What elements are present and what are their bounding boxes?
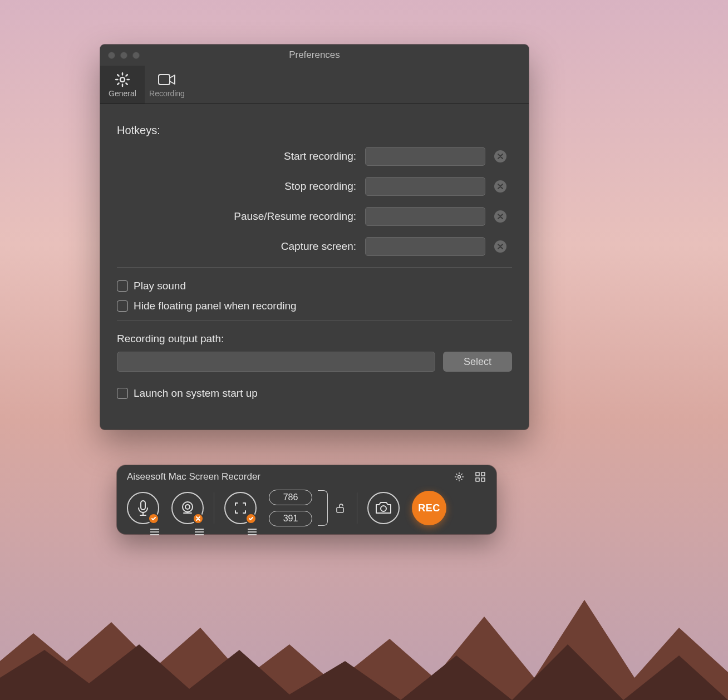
menu-icon bbox=[195, 529, 204, 535]
svg-rect-21 bbox=[476, 478, 479, 481]
svg-point-29 bbox=[381, 506, 386, 511]
panel-header: Aiseesoft Mac Screen Recorder bbox=[117, 465, 496, 486]
svg-point-26 bbox=[183, 502, 193, 512]
svg-line-18 bbox=[461, 474, 463, 475]
hotkey-row-stop: Stop recording: bbox=[117, 177, 512, 196]
hotkey-capture-label: Capture screen: bbox=[281, 240, 356, 253]
output-path-row: Select bbox=[117, 352, 512, 372]
close-icon bbox=[498, 154, 503, 159]
hide-panel-label: Hide floating panel when recording bbox=[134, 300, 297, 312]
region-options-button[interactable] bbox=[248, 529, 257, 535]
microphone-toggle-button[interactable] bbox=[127, 492, 159, 524]
hide-panel-checkbox[interactable] bbox=[117, 300, 128, 312]
tab-general[interactable]: General bbox=[100, 66, 145, 103]
unlock-icon bbox=[334, 502, 346, 514]
play-sound-row: Play sound bbox=[117, 280, 512, 292]
divider bbox=[117, 320, 512, 321]
hotkey-stop-label: Stop recording: bbox=[284, 180, 356, 193]
svg-line-15 bbox=[456, 474, 458, 475]
window-title: Preferences bbox=[100, 50, 529, 61]
microphone-icon bbox=[135, 499, 151, 517]
checkmark-badge-icon bbox=[148, 513, 159, 524]
svg-point-27 bbox=[185, 505, 190, 509]
preferences-body: Hotkeys: Start recording: Stop recording… bbox=[100, 104, 529, 430]
preferences-window: Preferences G bbox=[100, 45, 529, 430]
hotkey-stop-clear-button[interactable] bbox=[494, 180, 506, 193]
play-sound-label: Play sound bbox=[134, 280, 186, 292]
bracket-icon bbox=[318, 490, 328, 526]
close-window-button[interactable] bbox=[108, 52, 115, 59]
minimize-window-button[interactable] bbox=[120, 52, 127, 59]
hotkey-row-start: Start recording: bbox=[117, 147, 512, 166]
select-output-path-button[interactable]: Select bbox=[443, 352, 512, 372]
hotkey-pause-input[interactable] bbox=[365, 207, 485, 226]
checkmark-badge-icon bbox=[245, 513, 257, 524]
microphone-options-button[interactable] bbox=[150, 529, 159, 535]
gear-icon bbox=[454, 471, 465, 482]
divider bbox=[357, 492, 357, 524]
hotkey-row-pause: Pause/Resume recording: bbox=[117, 207, 512, 226]
close-icon bbox=[498, 184, 503, 189]
traffic-lights bbox=[100, 52, 140, 59]
close-icon bbox=[498, 214, 503, 219]
aspect-lock-button[interactable] bbox=[333, 501, 347, 515]
panel-title: Aiseesoft Mac Screen Recorder bbox=[127, 471, 260, 482]
x-badge-icon bbox=[193, 513, 204, 524]
play-sound-checkbox[interactable] bbox=[117, 280, 128, 292]
region-select-button[interactable] bbox=[224, 492, 257, 524]
hotkey-capture-input[interactable] bbox=[365, 237, 485, 256]
launch-startup-label: Launch on system start up bbox=[134, 387, 258, 400]
svg-rect-22 bbox=[481, 478, 485, 481]
camera-icon bbox=[375, 501, 392, 515]
hide-panel-row: Hide floating panel when recording bbox=[117, 300, 512, 312]
panel-settings-button[interactable] bbox=[453, 471, 465, 483]
svg-rect-20 bbox=[481, 472, 485, 476]
output-path-label: Recording output path: bbox=[117, 333, 512, 345]
record-button-label: REC bbox=[418, 502, 440, 514]
webcam-toggle-button[interactable] bbox=[171, 492, 204, 524]
titlebar: Preferences bbox=[100, 45, 529, 66]
hotkey-capture-clear-button[interactable] bbox=[494, 240, 506, 253]
preferences-tabs: General Recording bbox=[100, 66, 529, 104]
output-path-input[interactable] bbox=[117, 352, 435, 372]
region-height-value[interactable]: 391 bbox=[269, 511, 312, 526]
hotkey-start-input[interactable] bbox=[365, 147, 485, 166]
svg-line-17 bbox=[456, 479, 458, 480]
hotkeys-heading: Hotkeys: bbox=[117, 124, 512, 137]
hotkey-stop-input[interactable] bbox=[365, 177, 485, 196]
svg-line-6 bbox=[126, 83, 127, 84]
crop-region-icon bbox=[232, 500, 249, 516]
grid-icon bbox=[475, 472, 485, 482]
panel-body: 786 391 REC bbox=[117, 486, 496, 531]
svg-line-7 bbox=[117, 83, 119, 84]
svg-line-16 bbox=[461, 479, 463, 480]
hotkey-start-clear-button[interactable] bbox=[494, 150, 506, 162]
svg-rect-28 bbox=[337, 507, 343, 512]
divider bbox=[117, 267, 512, 268]
launch-startup-row: Launch on system start up bbox=[117, 387, 512, 400]
dimension-group: 786 391 bbox=[269, 490, 347, 526]
gear-icon bbox=[100, 70, 145, 89]
screenshot-button[interactable] bbox=[367, 492, 400, 524]
svg-rect-23 bbox=[141, 501, 145, 510]
hotkey-start-label: Start recording: bbox=[284, 150, 356, 162]
launch-startup-checkbox[interactable] bbox=[117, 388, 128, 399]
tab-recording[interactable]: Recording bbox=[145, 66, 189, 103]
panel-grid-button[interactable] bbox=[474, 471, 486, 483]
hotkey-row-capture: Capture screen: bbox=[117, 237, 512, 256]
hotkey-pause-clear-button[interactable] bbox=[494, 210, 506, 223]
svg-rect-9 bbox=[159, 75, 170, 85]
tab-recording-label: Recording bbox=[145, 89, 189, 98]
zoom-window-button[interactable] bbox=[132, 52, 140, 59]
menu-icon bbox=[248, 529, 257, 535]
menu-icon bbox=[150, 529, 159, 535]
floating-control-panel: Aiseesoft Mac Screen Recorder bbox=[117, 465, 496, 534]
webcam-options-button[interactable] bbox=[195, 529, 204, 535]
svg-rect-19 bbox=[476, 472, 479, 476]
divider bbox=[214, 492, 214, 524]
svg-line-8 bbox=[126, 75, 127, 76]
desktop-wallpaper-mountains bbox=[0, 533, 728, 700]
webcam-icon bbox=[179, 500, 196, 516]
region-width-value[interactable]: 786 bbox=[269, 490, 312, 505]
record-button[interactable]: REC bbox=[412, 491, 446, 525]
